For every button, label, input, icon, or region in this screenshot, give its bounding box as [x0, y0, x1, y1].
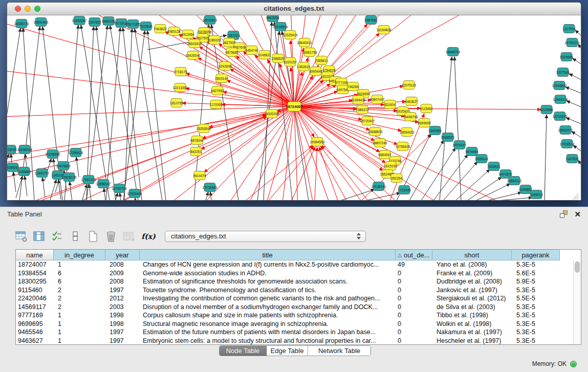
- black-edge[interactable]: [567, 101, 581, 107]
- black-edge[interactable]: [566, 118, 581, 124]
- black-edge[interactable]: [575, 30, 581, 37]
- black-edge[interactable]: [409, 140, 444, 200]
- black-edge[interactable]: [210, 192, 213, 200]
- table-mode-icon[interactable]: [15, 231, 28, 242]
- red-edge[interactable]: [7, 115, 266, 177]
- network-window-titlebar[interactable]: citations_edges.txt: [7, 3, 581, 15]
- column-header-out-degree[interactable]: △out_de...: [396, 250, 432, 260]
- black-edge[interactable]: [565, 87, 581, 94]
- red-edge[interactable]: [7, 71, 294, 106]
- float-panel-icon[interactable]: [560, 210, 568, 218]
- resize-grip-icon[interactable]: [575, 195, 579, 200]
- black-edge[interactable]: [25, 176, 27, 196]
- red-edge[interactable]: [292, 147, 315, 200]
- table-row[interactable]: 946554611997Estimation of the future num…: [16, 328, 581, 337]
- table-row[interactable]: 1938455462009Genome-wide association stu…: [16, 269, 581, 278]
- table-row[interactable]: 1872400712008Changes of HCN gene express…: [16, 260, 581, 269]
- red-edge[interactable]: [294, 15, 411, 106]
- black-edge[interactable]: [106, 28, 120, 200]
- tab-node-table[interactable]: Node Table: [220, 346, 267, 356]
- black-edge[interactable]: [498, 198, 532, 200]
- black-edge[interactable]: [573, 145, 581, 152]
- black-edge[interactable]: [545, 115, 547, 200]
- graph-node-label: 14055724: [14, 22, 29, 26]
- zoom-button[interactable]: [34, 6, 40, 12]
- column-header-year[interactable]: year: [105, 250, 140, 260]
- black-edge[interactable]: [70, 182, 72, 200]
- table-vertical-scrollbar[interactable]: [573, 260, 581, 344]
- table-row[interactable]: 2242004622012Investigating the contribut…: [16, 294, 581, 303]
- black-edge[interactable]: [569, 74, 581, 80]
- red-edge[interactable]: [294, 106, 329, 200]
- black-edge[interactable]: [81, 25, 110, 200]
- black-edge[interactable]: [135, 198, 138, 200]
- column-header-in-degree[interactable]: in_degree: [54, 250, 105, 260]
- black-edge[interactable]: [433, 155, 468, 200]
- black-edge[interactable]: [578, 44, 581, 51]
- red-edge[interactable]: [99, 15, 294, 106]
- table-cell: 9699695: [16, 320, 54, 327]
- minimize-button[interactable]: [25, 6, 31, 12]
- black-edge[interactable]: [147, 31, 166, 200]
- red-edge[interactable]: [315, 147, 317, 200]
- table-cell: Tibbo et al. (1998): [432, 312, 512, 319]
- column-header-pagerank[interactable]: pagerank: [512, 250, 560, 260]
- network-graph[interactable]: 1405572420891406100532871527602646616010…: [7, 15, 581, 200]
- select-columns-icon[interactable]: [51, 231, 63, 242]
- table-row[interactable]: 911546021997Tourette syndrome. Phenomeno…: [16, 286, 581, 295]
- row-selection-icon[interactable]: [69, 231, 81, 242]
- graph-node-label: 6794028: [322, 69, 336, 72]
- graph-node-label: 7357223: [227, 34, 240, 37]
- red-edge[interactable]: [198, 58, 294, 106]
- black-edge[interactable]: [578, 160, 581, 167]
- black-edge[interactable]: [202, 192, 208, 200]
- node-table: name in_degree year title △out_de... sho…: [15, 249, 581, 345]
- table-row[interactable]: 969969511998Structural magnetic resonanc…: [16, 320, 581, 329]
- graph-node-label: 8215958: [540, 108, 553, 112]
- table-row[interactable]: 1830029562008Estimation of significance …: [16, 277, 581, 286]
- black-edge[interactable]: [16, 176, 23, 198]
- red-edge[interactable]: [209, 106, 294, 127]
- black-edge[interactable]: [80, 184, 87, 200]
- function-builder-icon[interactable]: f(x): [141, 231, 156, 242]
- scrollbar-thumb[interactable]: [575, 261, 580, 273]
- red-edge[interactable]: [321, 146, 361, 200]
- delete-table-icon[interactable]: ✕: [123, 231, 135, 242]
- close-button[interactable]: [15, 6, 21, 12]
- close-panel-icon[interactable]: ✕: [574, 210, 581, 218]
- red-edge[interactable]: [246, 145, 313, 200]
- red-edge[interactable]: [41, 116, 267, 200]
- red-edge[interactable]: [319, 147, 338, 200]
- red-edge[interactable]: [7, 115, 266, 155]
- table-cell: Wolkin et al. (1998): [432, 320, 512, 327]
- red-edge[interactable]: [204, 106, 294, 172]
- tab-network-table[interactable]: Network Table: [308, 346, 371, 356]
- black-edge[interactable]: [476, 184, 510, 200]
- delete-columns-icon[interactable]: [105, 231, 117, 242]
- red-edge[interactable]: [321, 145, 383, 200]
- column-header-title[interactable]: title: [140, 250, 396, 260]
- resize-grip-icon[interactable]: [577, 198, 579, 200]
- black-edge[interactable]: [120, 193, 122, 200]
- black-edge[interactable]: [454, 57, 461, 200]
- black-edge[interactable]: [572, 132, 581, 138]
- table-selector[interactable]: citations_edges.txt: [165, 231, 366, 242]
- network-canvas[interactable]: 1405572420891406100532871527602646616010…: [7, 15, 581, 200]
- new-column-icon[interactable]: [87, 231, 99, 242]
- graph-node-label: 8938923: [441, 136, 454, 139]
- graph-node-label: 11156869: [17, 170, 31, 173]
- column-header-name[interactable]: name: [16, 250, 54, 260]
- table-row[interactable]: 977716911998Corpus callosum shape and si…: [16, 311, 581, 320]
- table-row[interactable]: 1456911722003Disruption of a novel membe…: [16, 303, 581, 312]
- show-columns-icon[interactable]: [33, 231, 46, 242]
- black-edge[interactable]: [573, 58, 581, 65]
- tab-edge-table[interactable]: Edge Table: [267, 346, 308, 356]
- black-edge[interactable]: [366, 193, 400, 200]
- black-edge[interactable]: [89, 184, 92, 200]
- red-edge[interactable]: [294, 106, 496, 200]
- column-header-short[interactable]: short: [432, 250, 512, 260]
- table-cell: 1997: [105, 329, 140, 336]
- black-edge[interactable]: [111, 193, 118, 200]
- graph-node-label: 1362615: [297, 65, 310, 69]
- table-row[interactable]: 946362711997Embryonic stem cells: a mode…: [16, 337, 581, 345]
